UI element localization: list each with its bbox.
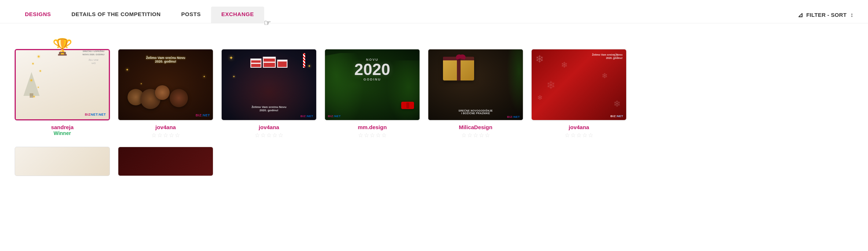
design-card-2[interactable]: Želimo Vam srećnu Novu 2020. godinu! ✦ ✦… [118, 49, 213, 139]
sort-icon: ↕ [850, 12, 853, 18]
card3-zelimo: Želimo Vam srećnu Novu [251, 105, 286, 109]
star-4[interactable]: ☆ [376, 132, 381, 139]
star-2[interactable]: ☆ [157, 132, 162, 139]
design-card-5[interactable]: SREĆNE NOVOGODIŠNJE I BOŽIĆNE PRAZNIKE B… [428, 49, 523, 139]
tab-details[interactable]: DETAILS OF THE COMPETITION [61, 7, 171, 23]
design-card-4[interactable]: NOVU 2020 GODINU BIZ:NET mm.design ☆ ☆ ☆ [325, 49, 420, 139]
star-5[interactable]: ☆ [278, 132, 283, 139]
biznet-badge-4: BIZ:NET [328, 115, 417, 118]
tab-designs[interactable]: DESIGNS [15, 7, 61, 23]
card4-year: 2020 [329, 61, 416, 78]
card-image-2[interactable]: Želimo Vam srećnu Novu 2020. godinu! ✦ ✦… [118, 49, 213, 120]
star-3[interactable]: ☆ [266, 132, 272, 139]
trophy-icon: 🏆 [52, 37, 73, 56]
card4-year-block: NOVU 2020 GODINU [329, 55, 416, 81]
designer-name-1: sandreja [51, 124, 74, 130]
card1-text-line2: NOVU 2020. GODINU [82, 53, 104, 56]
stars-2: ☆ ☆ ☆ ☆ ☆ [151, 132, 180, 139]
filter-sort-label: FILTER - SORT [806, 12, 846, 18]
star-5[interactable]: ☆ [175, 132, 180, 139]
card-image-5[interactable]: SREĆNE NOVOGODIŠNJE I BOŽIĆNE PRAZNIKE B… [428, 49, 523, 120]
biznet-badge-6: BIZ:NET [610, 115, 623, 118]
biznet-badge-3: BIZ:NET [300, 115, 313, 118]
bottom-row [15, 147, 853, 176]
card-image-6[interactable]: ❄ ❄ ❄ ❄ ❄ ❄ ❄ Želimo Vam srećnu Novu 202… [531, 49, 627, 120]
star-3[interactable]: ☆ [576, 132, 581, 139]
card-image-4[interactable]: NOVU 2020 GODINU BIZ:NET [325, 49, 420, 120]
biznet-badge-2: BIZ:NET [196, 113, 210, 117]
stars-5: ☆ ☆ ☆ ☆ ☆ [461, 132, 490, 139]
tab-posts[interactable]: POSTS [171, 7, 211, 23]
designer-name-2: jov4ana [155, 124, 176, 130]
card5-srece2: I BOŽIĆNE PRAZNIKE [458, 112, 493, 115]
star-1[interactable]: ☆ [255, 132, 260, 139]
star-2[interactable]: ☆ [467, 132, 472, 139]
star-2[interactable]: ☆ [570, 132, 576, 139]
star-2[interactable]: ☆ [364, 132, 369, 139]
card1-text-line4: VAŠ [82, 62, 104, 65]
star-4[interactable]: ☆ [582, 132, 587, 139]
design-card-6[interactable]: ❄ ❄ ❄ ❄ ❄ ❄ ❄ Želimo Vam srećnu Novu 202… [531, 49, 627, 139]
design-card-3[interactable]: ✦ ✦ ✦ Želimo Vam srećnu Novu 2020. godin… [221, 49, 317, 139]
card-image-1[interactable]: SREĆNU I USPEŠNU NOVU 2020. GODINU ŽELI … [15, 49, 110, 120]
card1-text-line3: ŽELI VAM [82, 59, 104, 62]
card2-zelimo-text: Želimo Vam srećnu Novu 2020. godinu! [146, 56, 185, 63]
biznet-badge-1: BIZNET:NET [85, 113, 106, 116]
star-1[interactable]: ☆ [461, 132, 466, 139]
card5-srece: SREĆNE NOVOGODIŠNJE [458, 109, 493, 112]
star-4[interactable]: ☆ [479, 132, 484, 139]
star-5[interactable]: ☆ [485, 132, 490, 139]
designer-name-3: jov4ana [259, 124, 279, 130]
star-4[interactable]: ☆ [272, 132, 277, 139]
main-content: 🏆 SREĆNU I USPEŠNU NOVU 2020. GODINU ŽEL… [0, 23, 868, 187]
star-3[interactable]: ☆ [473, 132, 478, 139]
card-image-3[interactable]: ✦ ✦ ✦ Želimo Vam srećnu Novu 2020. godin… [221, 49, 317, 120]
filter-icon: ⊿ [798, 11, 803, 19]
filter-sort-button[interactable]: ⊿ FILTER - SORT ↕ [798, 11, 853, 19]
card1-text-line1: SREĆNU I USPEŠNU [82, 50, 104, 53]
net-text: NET [91, 113, 97, 116]
stars-3: ☆ ☆ ☆ ☆ ☆ [255, 132, 283, 139]
star-5[interactable]: ☆ [381, 132, 387, 139]
star-1[interactable]: ☆ [151, 132, 156, 139]
card3-zelimo2: 2020. godinu! [251, 109, 286, 112]
stars-4: ☆ ☆ ☆ ☆ ☆ [358, 132, 387, 139]
star-4[interactable]: ☆ [169, 132, 174, 139]
biz-text: BIZ [85, 113, 91, 116]
star-3[interactable]: ☆ [163, 132, 168, 139]
biznet-badge-5: BIZ:NET [507, 115, 520, 119]
tab-exchange[interactable]: EXCHANGE [211, 7, 264, 23]
winner-label-1: Winner [53, 130, 71, 136]
card6-zelimo-text: Želimo Vam srećnu Novu 2020. godinu! [592, 53, 623, 60]
star-3[interactable]: ☆ [370, 132, 375, 139]
designer-name-6: jov4ana [569, 124, 589, 130]
stars-6: ☆ ☆ ☆ ☆ ☆ [565, 132, 593, 139]
star-2[interactable]: ☆ [261, 132, 266, 139]
nav-tabs: DESIGNS DETAILS OF THE COMPETITION POSTS… [15, 7, 264, 23]
designs-grid: 🏆 SREĆNU I USPEŠNU NOVU 2020. GODINU ŽEL… [15, 34, 853, 139]
star-1[interactable]: ☆ [358, 132, 363, 139]
partial-card-1[interactable] [15, 147, 110, 176]
card4-godinu: GODINU [329, 78, 416, 81]
star-5[interactable]: ☆ [588, 132, 593, 139]
designer-name-4: mm.design [358, 124, 387, 130]
star-1[interactable]: ☆ [565, 132, 570, 139]
design-card-1[interactable]: 🏆 SREĆNU I USPEŠNU NOVU 2020. GODINU ŽEL… [15, 49, 110, 139]
nav-bar: DESIGNS DETAILS OF THE COMPETITION POSTS… [0, 0, 868, 23]
partial-card-2[interactable] [118, 147, 213, 176]
designer-name-5: MilicaDesign [459, 124, 492, 130]
